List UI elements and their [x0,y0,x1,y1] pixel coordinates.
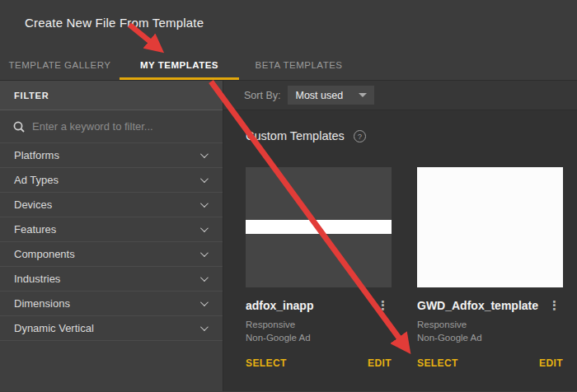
edit-button[interactable]: EDIT [539,357,563,369]
sort-by-label: Sort By: [244,90,280,101]
template-name: adfox_inapp [246,299,313,312]
chevron-down-icon [200,298,209,306]
sidebar-item-label: Devices [14,198,52,211]
section-heading: Custom Templates [246,129,345,142]
create-file-dialog: Create New File From Template TEMPLATE G… [0,0,577,391]
sidebar-item-label: Dimensions [14,297,70,310]
template-thumbnail[interactable] [246,167,392,287]
tab-bar: TEMPLATE GALLERY MY TEMPLATES BETA TEMPL… [0,49,577,81]
chevron-down-icon [200,249,209,257]
sidebar-item-dimensions[interactable]: Dimensions [0,292,223,316]
sidebar-item-components[interactable]: Components [0,242,223,267]
sidebar-item-platforms[interactable]: Platforms [0,143,223,168]
edit-button[interactable]: EDIT [368,357,392,369]
template-thumbnail[interactable] [417,167,563,287]
filter-sidebar: FILTER Platforms Ad Types Devices [0,81,223,391]
template-meta-adtype: Non-Google Ad [246,331,392,344]
search-input[interactable] [32,120,223,133]
sidebar-item-label: Components [14,248,75,260]
sidebar-item-industries[interactable]: Industries [0,267,223,292]
sort-row: Sort By: Most used [223,81,577,110]
templates-body: Custom Templates ? adfox_inapp ⋮ Resp [223,110,577,391]
title-bar: Create New File From Template [0,0,577,49]
thumbnail-stripe [246,220,392,234]
template-card-gwd-adfox-template: GWD_Adfox_template ⋮ Responsive Non-Goog… [417,167,563,369]
sidebar-item-label: Platforms [14,149,59,161]
filter-header: FILTER [0,81,223,110]
sidebar-item-label: Ad Types [14,174,59,186]
sort-dropdown-value: Most used [295,90,343,101]
template-name: GWD_Adfox_template [417,299,538,312]
help-icon[interactable]: ? [354,130,366,142]
kebab-menu-icon[interactable]: ⋮ [374,299,392,311]
template-meta-adtype: Non-Google Ad [417,331,563,344]
chevron-down-icon [200,224,209,232]
template-meta: Responsive Non-Google Ad [246,318,392,344]
section-heading-row: Custom Templates ? [246,128,577,143]
chevron-down-icon [200,323,209,331]
sidebar-item-devices[interactable]: Devices [0,193,223,217]
chevron-down-icon [200,175,209,183]
sidebar-item-ad-types[interactable]: Ad Types [0,168,223,193]
sidebar-item-features[interactable]: Features [0,217,223,242]
kebab-menu-icon[interactable]: ⋮ [546,299,563,311]
tab-my-templates[interactable]: MY TEMPLATES [120,49,239,80]
sort-dropdown[interactable]: Most used [288,86,374,105]
chevron-down-icon [200,150,209,158]
template-meta: Responsive Non-Google Ad [417,318,563,344]
template-card-grid: adfox_inapp ⋮ Responsive Non-Google Ad S… [246,167,577,369]
search-row [0,110,223,143]
tab-beta-templates[interactable]: BETA TEMPLATES [239,49,359,80]
chevron-down-icon [200,199,209,208]
chevron-down-icon [200,273,209,282]
filter-label: FILTER [14,91,49,100]
templates-panel: Sort By: Most used Custom Templates ? [223,81,577,391]
tab-template-gallery[interactable]: TEMPLATE GALLERY [0,49,120,80]
page-title: Create New File From Template [25,16,204,30]
sidebar-item-label: Industries [14,273,60,285]
sidebar-item-label: Features [14,223,56,236]
select-button[interactable]: SELECT [417,357,458,369]
select-button[interactable]: SELECT [246,357,287,369]
dropdown-caret-icon [359,93,367,97]
sidebar-item-label: Dynamic Vertical [14,322,94,334]
dialog-content: FILTER Platforms Ad Types Devices [0,81,577,391]
template-card-adfox-inapp: adfox_inapp ⋮ Responsive Non-Google Ad S… [246,167,392,369]
sidebar-item-dynamic-vertical[interactable]: Dynamic Vertical [0,316,223,341]
search-icon [13,121,25,133]
template-meta-type: Responsive [246,318,392,331]
template-meta-type: Responsive [417,318,563,331]
